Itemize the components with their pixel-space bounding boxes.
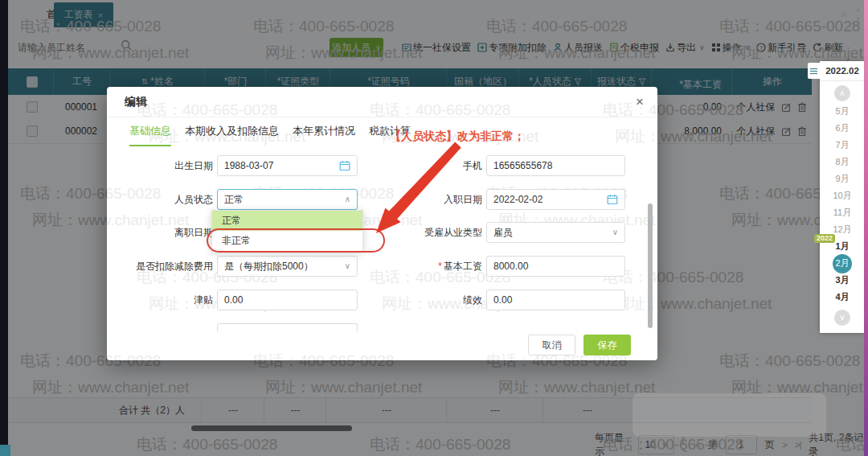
field-label-person-status: 人员状态 — [117, 189, 213, 210]
tab-basic-info[interactable]: 基础信息 — [129, 124, 171, 146]
month-item[interactable]: 2022 1月 — [820, 238, 865, 255]
calendar-collapse-icon[interactable] — [808, 63, 820, 79]
birth-date-input[interactable]: 1988-03-07 — [217, 155, 358, 176]
tab-current-income[interactable]: 本期收入及扣除信息 — [185, 124, 279, 146]
scroll-down-button[interactable]: ∨ — [834, 310, 850, 326]
next-field-partial — [217, 323, 358, 331]
month-item[interactable]: 4月 — [820, 289, 865, 306]
modal-close-icon[interactable]: × — [631, 93, 649, 111]
month-item[interactable]: 6月 — [820, 120, 865, 137]
field-label-deduction: 是否扣除减除费用 — [117, 256, 213, 277]
field-label-birth-date: 出生日期 — [117, 155, 213, 176]
employ-type-select[interactable]: 雇员 ∨ — [486, 222, 625, 243]
modal-tabs: 基础信息 本期收入及扣除信息 本年累计情况 税款计算 — [129, 124, 411, 146]
chevron-down-icon: ∨ — [345, 257, 350, 276]
tab-year-summary[interactable]: 本年累计情况 — [293, 124, 355, 146]
month-item[interactable]: 8月 — [820, 154, 865, 170]
modal-scrollbar[interactable] — [648, 203, 653, 328]
person-status-select[interactable]: 正常 ∧ — [217, 189, 358, 210]
chevron-up-icon: ∧ — [345, 190, 350, 209]
month-item-selected[interactable]: 2月 — [820, 255, 865, 272]
deduction-select[interactable]: 是（每期扣除5000） ∨ — [217, 256, 358, 277]
hire-date-input[interactable]: 2022-02-02 — [486, 189, 625, 210]
year-badge: 2022 — [814, 234, 835, 243]
current-period-label[interactable]: 2022.02 — [820, 61, 865, 81]
month-list: 5月 6月 7月 8月 9月 10月 11月 12月 2022 1月 2月 3月… — [820, 103, 865, 306]
corner-widget[interactable] — [0, 445, 10, 456]
fixed-column-highlight — [633, 393, 826, 437]
modal-title: 编辑 — [125, 95, 147, 109]
month-item[interactable]: 11月 — [820, 204, 865, 221]
chevron-down-icon: ∨ — [612, 223, 618, 242]
field-label-performance: 绩效 — [386, 290, 482, 310]
month-item[interactable]: 10月 — [820, 187, 865, 204]
period-calendar-sidebar: 2022.02 ∧ 5月 6月 7月 8月 9月 10月 11月 12月 202… — [820, 61, 865, 333]
field-label-phone: 手机 — [386, 155, 482, 176]
calendar-icon[interactable] — [339, 160, 350, 171]
month-item[interactable]: 7月 — [820, 137, 865, 154]
field-label-leave-date: 离职日期 — [117, 222, 213, 243]
field-label-employ-type: 受雇从业类型 — [386, 222, 482, 243]
phone-input[interactable]: 16565655678 — [486, 155, 625, 176]
month-item[interactable]: 5月 — [820, 103, 865, 120]
annotation-highlight-ring — [207, 228, 385, 253]
calendar-icon[interactable] — [607, 194, 618, 205]
field-label-allowance: 津贴 — [117, 290, 213, 310]
month-item[interactable]: 3月 — [820, 272, 865, 289]
edit-modal: 电话：400-665-0028网址：www.chanjet.net电话：400-… — [107, 87, 657, 360]
cancel-button[interactable]: 取消 — [528, 335, 575, 355]
performance-input[interactable]: 0.00 — [486, 290, 625, 310]
field-label-hire-date: 入职日期 — [386, 189, 482, 210]
save-button[interactable]: 保存 — [583, 335, 631, 355]
screen-right-edge — [864, 0, 868, 456]
scroll-up-button[interactable]: ∧ — [834, 85, 850, 101]
tutorial-annotation: 【人员状态】改为非正常； — [390, 129, 525, 144]
allowance-input[interactable]: 0.00 — [217, 290, 358, 310]
field-label-base-salary: *基本工资 — [386, 256, 482, 277]
base-salary-input[interactable]: 8000.00 — [486, 256, 625, 277]
month-item[interactable]: 9月 — [820, 170, 865, 187]
